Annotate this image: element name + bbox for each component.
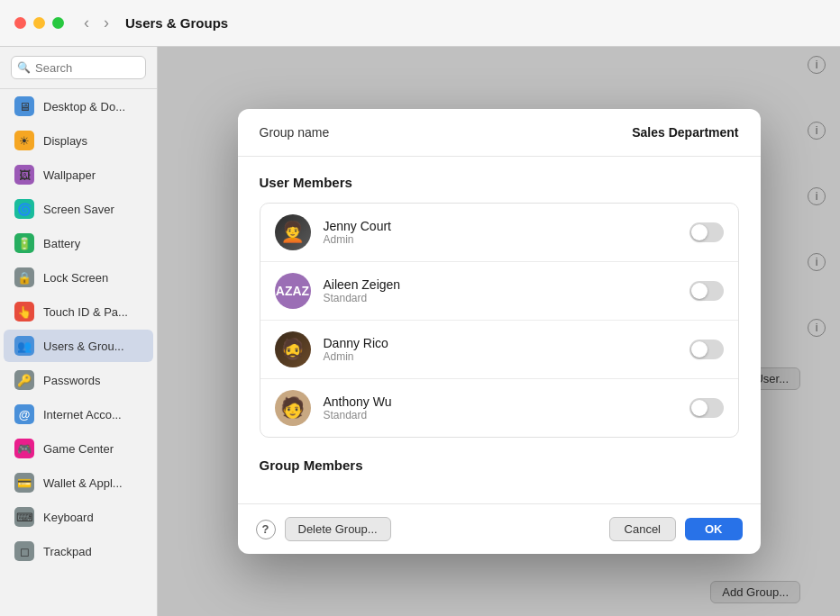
sidebar-item-wallet[interactable]: 💳 Wallet & Appl...: [4, 467, 153, 499]
sidebar-item-displays[interactable]: ☀ Displays: [4, 124, 153, 157]
toggle-danny[interactable]: [689, 340, 724, 359]
member-name-danny: Danny Rico: [324, 336, 677, 350]
avatar-aileen: AZAZ: [275, 273, 311, 309]
member-row-aileen: AZAZ Aileen Zeigen Standard: [260, 262, 738, 321]
toggle-jenny[interactable]: [689, 222, 724, 242]
sidebar-item-touchid[interactable]: 👆 Touch ID & Pa...: [4, 295, 153, 328]
member-role-danny: Admin: [324, 350, 677, 363]
member-name-aileen: Aileen Zeigen: [324, 277, 677, 292]
passwords-icon: 🔑: [14, 370, 34, 390]
toggle-aileen[interactable]: [689, 281, 724, 301]
main-window: ‹ › Users & Groups 🔍 🖥 Desktop & Do... ☀…: [0, 0, 840, 616]
sidebar-item-screensaver[interactable]: 🌀 Screen Saver: [4, 193, 153, 225]
close-button[interactable]: [14, 17, 26, 29]
sidebar-item-battery[interactable]: 🔋 Battery: [4, 227, 153, 259]
member-row-jenny: 🧑‍🦱 Jenny Court Admin: [260, 204, 738, 262]
group-name-row: Group name Sales Department: [238, 109, 761, 157]
members-list: 🧑‍🦱 Jenny Court Admin: [260, 203, 739, 438]
member-name-anthony: Anthony Wu: [324, 394, 677, 409]
help-button[interactable]: ?: [256, 520, 276, 539]
sidebar-item-internet[interactable]: @ Internet Acco...: [4, 398, 153, 430]
member-role-jenny: Admin: [324, 233, 677, 246]
sidebar-item-keyboard[interactable]: ⌨ Keyboard: [4, 501, 153, 533]
minimize-button[interactable]: [33, 17, 45, 29]
search-icon: 🔍: [17, 61, 31, 74]
wallpaper-icon: 🖼: [14, 165, 34, 185]
sidebar: 🔍 🖥 Desktop & Do... ☀ Displays 🖼 Wallpap…: [0, 47, 158, 616]
toggle-anthony[interactable]: [689, 398, 724, 418]
ok-button[interactable]: OK: [685, 518, 743, 540]
member-name-jenny: Jenny Court: [324, 219, 677, 233]
avatar-anthony: 🧑: [275, 390, 311, 426]
member-info-anthony: Anthony Wu Standard: [324, 394, 677, 421]
group-members-section: Group Members: [260, 457, 739, 473]
toggle-knob-anthony: [691, 400, 708, 416]
cancel-button[interactable]: Cancel: [609, 517, 676, 541]
wallet-icon: 💳: [14, 473, 34, 493]
modal-footer: ? Delete Group... Cancel OK: [238, 503, 761, 554]
sidebar-item-lockscreen[interactable]: 🔒 Lock Screen: [4, 261, 153, 294]
content-area: 🔍 🖥 Desktop & Do... ☀ Displays 🖼 Wallpap…: [0, 47, 840, 616]
screensaver-icon: 🌀: [14, 199, 34, 219]
avatar-danny: 🧔: [275, 331, 311, 367]
title-bar: ‹ › Users & Groups: [0, 0, 840, 47]
sidebar-item-wallpaper[interactable]: 🖼 Wallpaper: [4, 159, 153, 191]
search-input[interactable]: [11, 56, 146, 79]
modal-overlay: Group name Sales Department User Members…: [158, 47, 840, 616]
member-role-aileen: Standard: [324, 292, 677, 304]
group-name-value: Sales Department: [632, 125, 738, 140]
touchid-icon: 👆: [14, 302, 34, 322]
keyboard-icon: ⌨: [14, 507, 34, 527]
group-members-title: Group Members: [260, 457, 739, 473]
back-button[interactable]: ‹: [78, 12, 95, 34]
toggle-knob-jenny: [691, 224, 708, 240]
nav-buttons: ‹ ›: [78, 12, 114, 34]
right-panel: i i i i i Add User... Add Group... Group…: [158, 47, 840, 616]
sidebar-item-trackpad[interactable]: ◻ Trackpad: [4, 535, 153, 567]
sidebar-item-users[interactable]: 👥 Users & Grou...: [4, 330, 153, 362]
member-info-danny: Danny Rico Admin: [324, 336, 677, 363]
sidebar-item-passwords[interactable]: 🔑 Passwords: [4, 364, 153, 396]
member-info-aileen: Aileen Zeigen Standard: [324, 277, 677, 304]
internet-icon: @: [14, 404, 34, 424]
window-title: Users & Groups: [125, 15, 228, 31]
modal-dialog: Group name Sales Department User Members…: [238, 109, 761, 554]
toggle-knob-danny: [691, 341, 708, 358]
delete-group-button[interactable]: Delete Group...: [285, 517, 391, 541]
desktop-icon: 🖥: [14, 96, 34, 116]
member-row-anthony: 🧑 Anthony Wu Standard: [260, 379, 738, 437]
forward-button[interactable]: ›: [98, 12, 114, 34]
avatar-jenny: 🧑‍🦱: [275, 214, 311, 250]
toggle-knob-aileen: [691, 283, 708, 299]
sidebar-item-desktop[interactable]: 🖥 Desktop & Do...: [4, 90, 153, 122]
group-name-label: Group name: [260, 125, 330, 140]
gamecenter-icon: 🎮: [14, 439, 34, 458]
battery-icon: 🔋: [14, 233, 34, 253]
displays-icon: ☀: [14, 131, 34, 150]
member-role-anthony: Standard: [324, 409, 677, 421]
search-bar: 🔍: [0, 47, 157, 89]
member-row-danny: 🧔 Danny Rico Admin: [260, 321, 738, 379]
member-info-jenny: Jenny Court Admin: [324, 219, 677, 246]
lockscreen-icon: 🔒: [14, 267, 34, 287]
maximize-button[interactable]: [52, 17, 64, 29]
modal-body: User Members 🧑‍🦱 Jenny Court Admin: [238, 157, 761, 503]
trackpad-icon: ◻: [14, 541, 34, 561]
user-members-title: User Members: [260, 175, 739, 190]
sidebar-item-gamecenter[interactable]: 🎮 Game Center: [4, 432, 153, 465]
window-controls: [14, 17, 64, 29]
users-icon: 👥: [14, 336, 34, 356]
